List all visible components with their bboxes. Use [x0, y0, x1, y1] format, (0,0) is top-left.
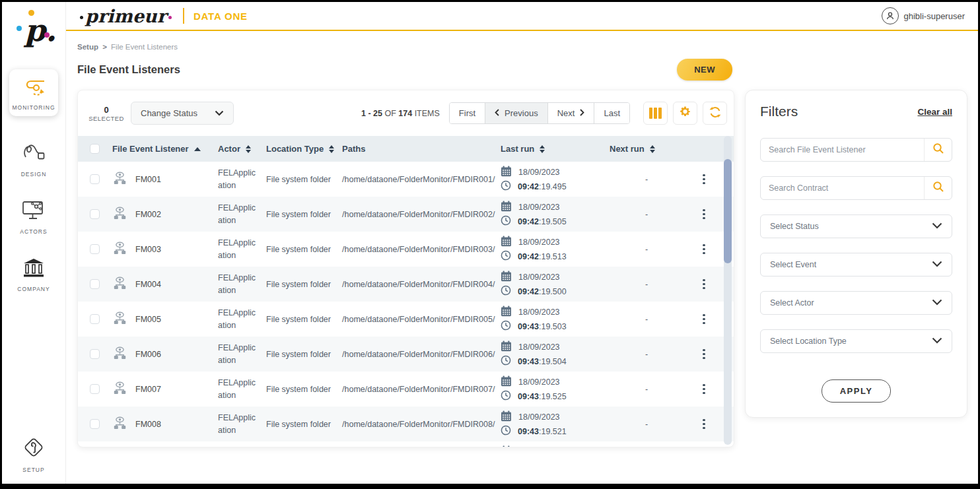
select-location-type-dropdown[interactable]: Select Location Type: [760, 329, 952, 353]
row-checkbox[interactable]: [90, 349, 100, 359]
search-file-event-listener-box: [760, 138, 952, 162]
next-run-cell: -: [610, 385, 683, 394]
sidebar-item-company[interactable]: COMPANY: [17, 257, 50, 292]
last-run-cell: 18/09/2023 09:43:19.521: [501, 410, 610, 439]
table-row[interactable]: FM005 FELApplication File system folder …: [78, 302, 734, 337]
location-type-cell: File system folder: [266, 315, 342, 324]
last-run-cell: 18/09/2023 09:43:19.503: [501, 305, 610, 334]
table-body: FM001 FELApplication File system folder …: [78, 162, 734, 441]
row-checkbox[interactable]: [90, 244, 100, 254]
select-all-checkbox[interactable]: [90, 144, 100, 154]
breadcrumb: Setup > File Event Listeners: [77, 43, 967, 51]
search-file-event-listener-input[interactable]: [761, 145, 924, 154]
change-status-dropdown[interactable]: Change Status: [131, 102, 234, 125]
topbar: primeur DATA ONE ghibli-superuser: [66, 2, 978, 31]
path-cell: /home/dataone/FolderMonitor/FMDIR005/: [342, 315, 501, 324]
row-actions-kebab-icon[interactable]: [699, 207, 709, 222]
row-checkbox[interactable]: [90, 384, 100, 394]
next-run-cell: -: [610, 245, 683, 254]
table-row[interactable]: FM004 FELApplication File system folder …: [78, 267, 734, 302]
column-header-next-run[interactable]: Next run: [610, 144, 683, 154]
sidebar-item-monitoring[interactable]: MONITORING: [9, 69, 58, 116]
row-checkbox[interactable]: [90, 174, 100, 184]
new-button[interactable]: NEW: [677, 59, 732, 81]
row-actions-kebab-icon[interactable]: [699, 242, 709, 257]
search-contract-input[interactable]: [761, 183, 924, 193]
listener-name: FM005: [135, 315, 161, 324]
pager: First Previous Next Last: [449, 102, 630, 124]
last-run-date: 18/09/2023: [518, 203, 560, 212]
listener-eye-network-icon: [112, 172, 127, 187]
location-type-cell: File system folder: [266, 420, 342, 429]
listener-eye-network-icon: [112, 416, 127, 432]
last-run-time: 09:43:19.504: [518, 357, 567, 366]
select-status-dropdown[interactable]: Select Status: [760, 214, 952, 238]
actor-cell: FELApplication: [218, 167, 266, 191]
last-run-date: 18/09/2023: [518, 168, 560, 177]
table-scrollbar-track[interactable]: [724, 136, 732, 445]
primeur-logo-mark[interactable]: p.: [14, 9, 53, 57]
pager-next-button[interactable]: Next: [547, 103, 594, 123]
row-actions-kebab-icon[interactable]: [699, 381, 709, 397]
sidebar-item-setup[interactable]: SETUP: [22, 436, 46, 473]
apply-button[interactable]: APPLY: [822, 379, 892, 403]
row-actions-kebab-icon[interactable]: [699, 346, 709, 362]
sort-icon: [540, 145, 545, 153]
path-cell: /home/dataone/FolderMonitor/FMDIR006/: [342, 350, 501, 359]
table-scrollbar-thumb[interactable]: [724, 159, 732, 263]
search-button[interactable]: [924, 139, 952, 161]
location-type-cell: File system folder: [266, 280, 342, 289]
row-checkbox[interactable]: [90, 314, 100, 324]
select-event-dropdown[interactable]: Select Event: [760, 253, 952, 277]
row-checkbox[interactable]: [90, 209, 100, 219]
breadcrumb-separator: >: [102, 43, 107, 51]
columns-button[interactable]: [643, 102, 668, 125]
row-actions-kebab-icon[interactable]: [699, 311, 709, 327]
listeners-table-card: 0 SELECTED Change Status 1 - 25 OF 174 I…: [77, 90, 734, 447]
user-menu[interactable]: ghibli-superuser: [882, 7, 965, 24]
table-row[interactable]: FM003 FELApplication File system folder …: [78, 232, 734, 267]
column-header-location-type[interactable]: Location Type: [266, 144, 342, 154]
pager-last-button[interactable]: Last: [594, 103, 629, 123]
table-row[interactable]: FM002 FELApplication File system folder …: [78, 197, 734, 232]
settings-button[interactable]: [673, 102, 697, 125]
refresh-button[interactable]: [703, 102, 727, 125]
username: ghibli-superuser: [904, 11, 965, 21]
column-header-last-run[interactable]: Last run: [501, 144, 610, 154]
sidebar-item-label: MONITORING: [12, 104, 55, 111]
column-header-actor[interactable]: Actor: [218, 144, 266, 154]
clear-all-link[interactable]: Clear all: [917, 107, 952, 117]
column-header-file-event-listener[interactable]: File Event Listener: [112, 144, 218, 154]
search-button[interactable]: [924, 177, 952, 199]
chevron-down-icon: [215, 108, 224, 118]
actor-cell: FELApplication: [218, 377, 266, 401]
last-run-time: 09:43:19.503: [518, 322, 567, 331]
table-row[interactable]: FM007 FELApplication File system folder …: [78, 372, 734, 407]
table-row[interactable]: FM008 FELApplication File system folder …: [78, 407, 734, 441]
last-run-cell: 18/09/2023 09:43:19.504: [501, 340, 610, 369]
row-actions-kebab-icon[interactable]: [699, 416, 709, 432]
path-cell: /home/dataone/FolderMonitor/FMDIR002/: [342, 210, 501, 219]
search-icon: [932, 143, 944, 157]
last-run-time: 09:42:19.500: [518, 287, 567, 296]
calendar-icon: [501, 341, 512, 354]
gear-icon: [678, 105, 692, 121]
pager-first-button[interactable]: First: [450, 103, 485, 123]
row-checkbox[interactable]: [90, 279, 100, 289]
actors-monitor-icon: [21, 200, 46, 224]
sidebar-item-design[interactable]: DESIGN: [21, 143, 47, 178]
listener-eye-network-icon: [112, 277, 127, 292]
logo-p-glyph: p.: [24, 13, 56, 48]
row-checkbox[interactable]: [90, 419, 100, 429]
pager-previous-button[interactable]: Previous: [485, 103, 547, 123]
chevron-down-icon: [932, 260, 942, 269]
select-actor-dropdown[interactable]: Select Actor: [760, 291, 952, 315]
sidebar-item-actors[interactable]: ACTORS: [20, 200, 47, 235]
breadcrumb-section[interactable]: Setup: [77, 43, 98, 51]
table-row[interactable]: FM001 FELApplication File system folder …: [78, 162, 734, 197]
row-actions-kebab-icon[interactable]: [699, 172, 709, 187]
sort-icon: [329, 145, 334, 153]
chevron-down-icon: [932, 337, 942, 346]
row-actions-kebab-icon[interactable]: [699, 277, 709, 292]
table-row[interactable]: FM006 FELApplication File system folder …: [78, 337, 734, 372]
